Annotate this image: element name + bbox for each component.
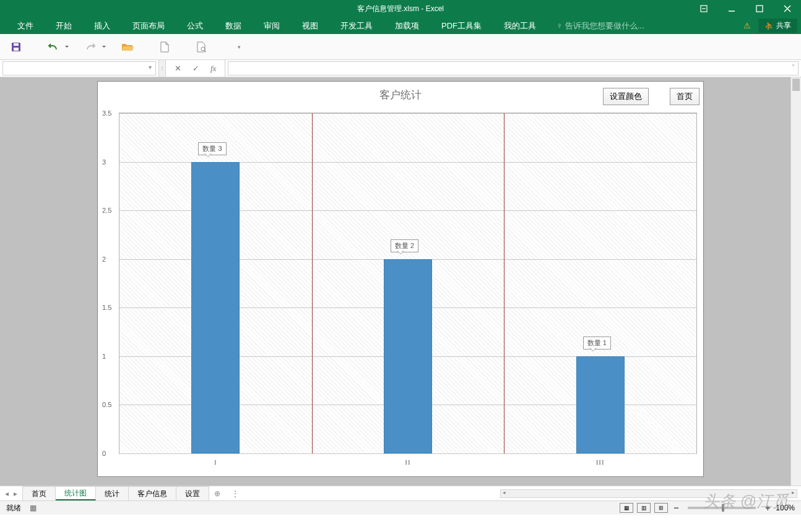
confirm-formula-button[interactable]: ✓	[193, 64, 199, 73]
set-color-button[interactable]: 设置颜色	[603, 88, 649, 105]
tab-layout[interactable]: 页面布局	[121, 17, 176, 34]
bar[interactable]	[384, 259, 432, 453]
x-tick: II	[405, 458, 410, 466]
sheet-nav-prev[interactable]: ◂	[5, 489, 9, 498]
view-page-break[interactable]: ⊞	[654, 503, 668, 513]
qat-customize[interactable]: ▾	[232, 40, 246, 54]
zoom-slider[interactable]	[688, 507, 756, 509]
y-tick: 3.5	[102, 109, 111, 117]
formula-input[interactable]	[228, 61, 799, 75]
tab-data[interactable]: 数据	[214, 17, 253, 34]
data-label: 数量 1	[583, 337, 611, 350]
tab-file[interactable]: 文件	[6, 17, 45, 34]
fx-button[interactable]: fx	[210, 64, 216, 74]
maximize-button[interactable]	[745, 0, 773, 17]
warning-icon[interactable]: ⚠	[743, 21, 751, 30]
sheet-tab-3[interactable]: 客户信息	[129, 486, 176, 500]
open-button[interactable]	[121, 40, 134, 54]
y-tick: 0	[102, 450, 106, 457]
bar[interactable]	[576, 356, 625, 453]
tab-mytools[interactable]: 我的工具	[493, 17, 547, 34]
plot-area[interactable]: 00.511.522.533.5I数量 3II数量 2III数量 1	[119, 113, 697, 454]
y-tick: 2.5	[102, 207, 111, 214]
save-button[interactable]	[9, 40, 23, 54]
y-tick: 3	[102, 158, 106, 166]
tab-view[interactable]: 视图	[291, 17, 329, 34]
x-tick: I	[214, 458, 217, 466]
sheet-tab-2[interactable]: 统计	[96, 486, 129, 500]
sheet-tab-1[interactable]: 统计图	[56, 486, 96, 500]
svg-rect-4	[14, 48, 19, 51]
tab-developer[interactable]: 开发工具	[329, 17, 384, 34]
cancel-formula-button[interactable]: ✕	[175, 64, 181, 73]
minimize-button[interactable]	[717, 0, 745, 17]
bar[interactable]	[191, 162, 240, 453]
y-tick: 0.5	[102, 401, 111, 408]
sheet-nav-next[interactable]: ▸	[14, 489, 17, 498]
tab-review[interactable]: 审阅	[253, 17, 291, 34]
add-sheet-button[interactable]: ⊕	[209, 486, 225, 500]
macro-record-icon[interactable]: ▦	[30, 504, 37, 512]
share-button[interactable]: ⛹共享	[758, 19, 797, 33]
new-button[interactable]	[158, 40, 171, 54]
sheet-tab-4[interactable]: 设置	[176, 486, 209, 500]
view-page-layout[interactable]: ▥	[637, 503, 651, 513]
fbar-sep[interactable]: ⋮	[158, 60, 166, 77]
preview-button[interactable]	[195, 40, 209, 54]
redo-button[interactable]	[84, 40, 97, 54]
undo-button[interactable]	[46, 40, 60, 54]
tab-addins[interactable]: 加载项	[384, 17, 430, 34]
y-tick: 2	[102, 255, 106, 263]
data-label: 数量 2	[391, 239, 418, 252]
close-button[interactable]	[773, 0, 801, 17]
x-tick: III	[596, 458, 605, 466]
vertical-scrollbar[interactable]	[790, 77, 801, 486]
zoom-out-button[interactable]: −	[672, 503, 680, 513]
zoom-level[interactable]: 100%	[776, 504, 795, 512]
tab-insert[interactable]: 插入	[83, 17, 121, 34]
view-normal[interactable]: ▦	[620, 503, 633, 513]
svg-rect-3	[14, 43, 19, 46]
status-ready: 就绪	[6, 503, 21, 513]
ribbon-options-button[interactable]	[690, 0, 717, 17]
name-box[interactable]	[2, 61, 156, 75]
tab-pdf[interactable]: PDF工具集	[430, 17, 493, 34]
zoom-in-button[interactable]: +	[763, 503, 772, 513]
tell-me-box[interactable]: ♀告诉我您想要做什么...	[556, 17, 644, 34]
svg-rect-1	[756, 6, 763, 12]
y-tick: 1.5	[102, 304, 111, 311]
tab-formula[interactable]: 公式	[176, 17, 214, 34]
window-title: 客户信息管理.xlsm - Excel	[357, 4, 444, 14]
y-tick: 1	[102, 353, 106, 360]
tab-home[interactable]: 开始	[45, 17, 83, 34]
sheet-tab-options[interactable]: ⋮	[225, 486, 245, 500]
chart-object[interactable]: 客户统计 设置颜色 首页 00.511.522.533.5I数量 3II数量 2…	[97, 81, 704, 477]
sheet-tab-0[interactable]: 首页	[22, 486, 56, 500]
data-label: 数量 3	[198, 142, 226, 155]
home-button[interactable]: 首页	[670, 88, 699, 105]
horizontal-scrollbar[interactable]	[500, 489, 797, 498]
